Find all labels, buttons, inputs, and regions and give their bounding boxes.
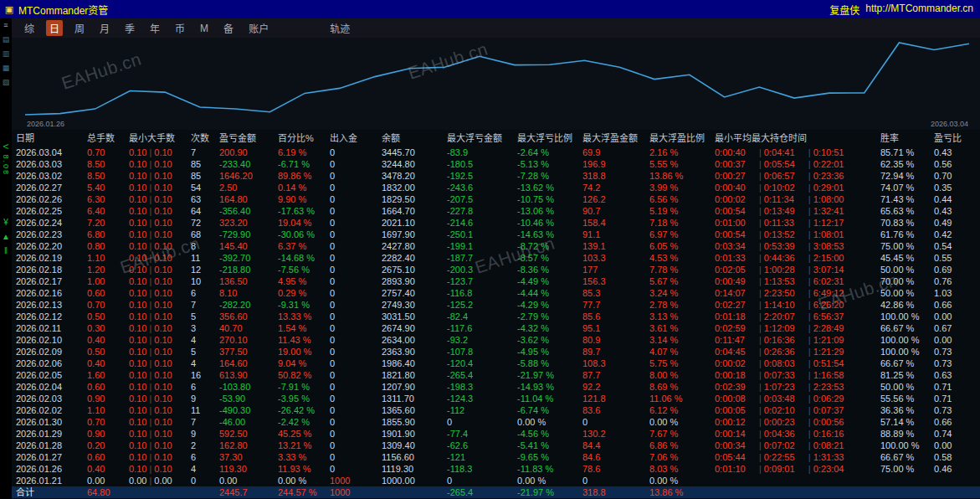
table-row[interactable]: 2026.02.051.600.10|0.1016613.9050.82 %01… (12, 369, 980, 381)
table-row[interactable]: 2026.02.021.100.10|0.1011-490.30-26.42 %… (12, 404, 980, 416)
table-row[interactable]: 2026.02.090.500.10|0.105377.5019.00 %023… (12, 346, 980, 358)
table-row[interactable]: 2026.03.040.700.10|0.107200.906.19 %0344… (12, 147, 980, 158)
table-row[interactable]: 2026.02.200.800.10|0.108145.406.37 %0242… (12, 240, 980, 252)
menu-item-track[interactable]: 轨迹 (326, 20, 353, 36)
column-header-10: 最大浮亏比例 (517, 130, 582, 147)
menu-item-notes[interactable]: 备 (220, 20, 237, 36)
panel-icon-4[interactable]: ▧ (3, 78, 10, 87)
table-row[interactable]: 2026.03.038.500.10|0.1085-233.40-6.71 %0… (12, 158, 980, 170)
cell-win-rate: 62.35 % (880, 158, 934, 170)
table-row[interactable]: 2026.02.100.400.10|0.104270.1011.43 %026… (12, 334, 980, 346)
cell-balance: 2757.40 (382, 287, 447, 299)
table-row[interactable]: 2026.02.181.200.10|0.1012-218.80-7.56 %0… (12, 264, 980, 275)
table-row[interactable]: 2026.02.120.500.10|0.105356.6013.33 %030… (12, 311, 980, 322)
menu-item-weekly[interactable]: 周 (71, 20, 88, 36)
cell-max-float-loss-pct: -21.97 % (517, 486, 582, 498)
cell-pnl-percent: -26.42 % (278, 404, 330, 416)
cell-max-float-loss: -121 (447, 451, 517, 463)
cell-holding-time: 0:02:39|1:07:23|2:23:53 (715, 381, 880, 393)
table-row[interactable]: 2026.01.290.900.10|0.109592.5045.25 %019… (12, 428, 980, 440)
currency-icon[interactable]: ¥ (3, 218, 8, 227)
cell-balance: 2021.10 (382, 217, 447, 229)
cell-win-rate: 57.14 % (880, 416, 934, 428)
table-row[interactable]: 2026.02.236.800.10|0.1068-729.90-30.06 %… (12, 229, 980, 240)
table-row[interactable]: 2026.02.060.400.10|0.104164.609.04 %0198… (12, 358, 980, 369)
cell-divider: | (808, 147, 811, 157)
cell-date: 2026.02.12 (12, 311, 87, 322)
table-row[interactable]: 2026.02.040.600.10|0.106-103.80-7.91 %01… (12, 381, 980, 393)
cell-cashflow: 0 (330, 416, 382, 428)
cell-divider: | (759, 405, 762, 415)
menu-item-summary[interactable]: 综 (21, 20, 38, 36)
cell-balance: 1156.60 (382, 451, 447, 463)
table-row[interactable]: 2026.01.260.400.10|0.104119.3011.93 %011… (12, 463, 980, 475)
menu-item-yearly[interactable]: 年 (146, 20, 163, 36)
cell-pl-ratio: 0.67 (934, 322, 980, 334)
table-row[interactable]: 2026.03.028.500.10|0.10851646.2089.86 %0… (12, 170, 980, 182)
cell-pnl-percent: -6.71 % (278, 158, 330, 170)
table-row[interactable]: 2026.02.266.300.10|0.1063164.809.90 %018… (12, 193, 980, 205)
cell-max-float-profit-pct: 7.78 % (649, 264, 715, 275)
menu-item-account[interactable]: 账户 (245, 20, 272, 36)
cell-lot-min-max: 0.10|0.10 (129, 381, 191, 393)
panel-icon-1[interactable]: ▤ (3, 35, 10, 44)
cell-max-float-loss: -192.5 (447, 170, 517, 182)
menu-item-monthly[interactable]: 月 (96, 20, 113, 36)
cell-divider: | (808, 288, 811, 298)
table-row[interactable]: 2026.02.171.000.10|0.1010136.504.95 %028… (12, 275, 980, 287)
cell-total-lots: 0.80 (87, 240, 129, 252)
trend-up-icon[interactable]: ▲ (2, 232, 10, 241)
menu-item-daily[interactable]: 日 (46, 20, 63, 36)
menu-item-quarterly[interactable]: 季 (121, 20, 138, 36)
cell-win-rate: 81.25 % (880, 369, 934, 381)
cell-pl-ratio: 0.35 (934, 182, 980, 193)
table-row[interactable]: 2026.01.270.600.10|0.10637.303.33 %01156… (12, 451, 980, 463)
left-toolbar: ≡▤▥▦▧V 8.08¥▲‖ (0, 18, 12, 499)
pause-icon[interactable]: ‖ (4, 246, 8, 255)
cell-total-lots: 1.10 (87, 404, 129, 416)
cell-max-float-loss: -180.5 (447, 158, 517, 170)
cell-cashflow: 0 (330, 334, 382, 346)
cell-pnl-percent: 9.04 % (278, 358, 330, 369)
cell-holding-time: 0:00:54|0:13:49|1:32:41 (715, 205, 880, 217)
cell-pnl-amount: 136.50 (219, 275, 278, 287)
cell-pnl-amount: 270.10 (219, 334, 278, 346)
cell-balance: 1119.30 (382, 463, 447, 475)
cell-cashflow: 0 (330, 393, 382, 404)
cell-pnl-percent: 19.00 % (278, 346, 330, 358)
cell-pnl-percent: 6.37 % (278, 240, 330, 252)
table-row[interactable]: 2026.02.191.100.10|0.1011-392.70-14.68 %… (12, 252, 980, 264)
cell-max-float-profit: 130.2 (582, 428, 649, 440)
panel-icon-3[interactable]: ▦ (3, 64, 10, 73)
cell-date: 2026.03.04 (12, 147, 87, 158)
table-row[interactable]: 2026.02.160.600.10|0.1068.100.29 %02757.… (12, 287, 980, 299)
cell-win-rate: 55.56 % (880, 393, 934, 404)
table-row[interactable]: 2026.02.275.400.10|0.10542.500.14 %01832… (12, 182, 980, 193)
cell-max-float-profit-pct: 13.86 % (649, 486, 715, 498)
table-body: 2026.03.040.700.10|0.107200.906.19 %0344… (12, 147, 980, 486)
table-row[interactable]: 2026.01.280.200.10|0.102162.8013.21 %013… (12, 440, 980, 451)
table-row[interactable]: 2026.02.110.300.10|0.10340.701.54 %02674… (12, 322, 980, 334)
menu-item-currency[interactable]: 币 (172, 20, 188, 36)
cell-divider: | (759, 194, 762, 204)
menu-icon[interactable]: ≡ (3, 21, 8, 30)
cell-total-lots: 8.50 (87, 158, 129, 170)
cell-trade-count: 3 (191, 322, 219, 334)
table-row[interactable]: 2026.02.130.700.10|0.107-282.20-9.31 %02… (12, 299, 980, 311)
table-row[interactable]: 2026.01.210.000.00|0.0000.000.00 %100010… (12, 475, 980, 486)
cell-lot-min-max (129, 486, 191, 498)
menu-item-m[interactable]: M (197, 22, 212, 35)
column-header-1: 日期 (12, 130, 87, 147)
cell-total-lots: 0.70 (87, 416, 129, 428)
cell-trade-count: 10 (191, 275, 219, 287)
table-row[interactable]: 2026.02.247.200.10|0.1072323.2019.04 %02… (12, 217, 980, 229)
table-row[interactable]: 2026.02.256.400.10|0.1064-356.40-17.63 %… (12, 205, 980, 217)
panel-icon-2[interactable]: ▥ (3, 49, 10, 59)
cell-divider: | (759, 288, 762, 298)
cell-pl-ratio (934, 475, 980, 486)
table-row[interactable]: 2026.02.030.900.10|0.109-53.90-3.95 %013… (12, 393, 980, 404)
cell-balance: 1986.40 (382, 358, 447, 369)
table-row[interactable]: 2026.01.300.700.10|0.107-46.00-2.42 %018… (12, 416, 980, 428)
cell-pnl-percent: -7.56 % (278, 264, 330, 275)
brand-url-link[interactable]: http://MTCommander.cn (865, 3, 973, 17)
